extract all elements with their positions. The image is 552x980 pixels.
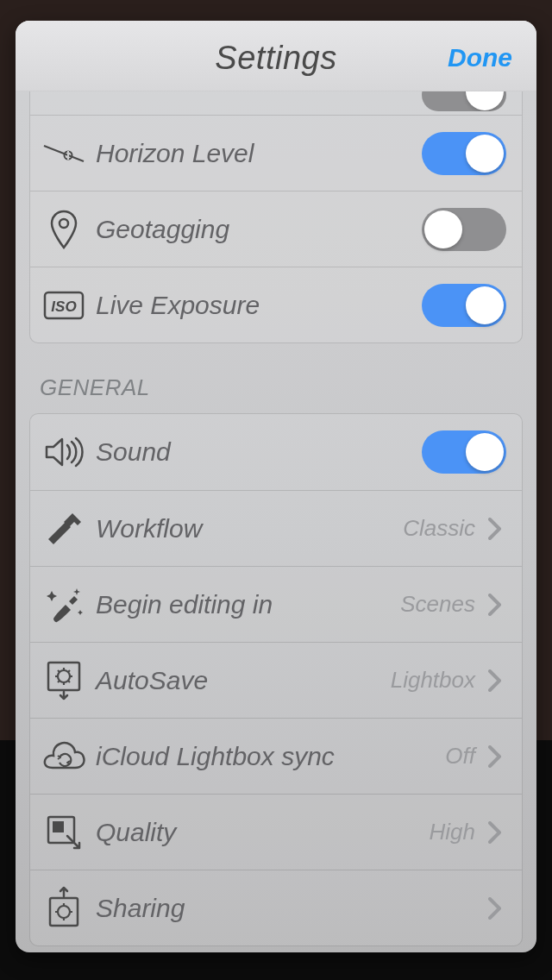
chevron-right-icon (484, 821, 506, 844)
row-value: Scenes (400, 591, 475, 618)
row-horizon-level[interactable]: Horizon Level (30, 115, 522, 191)
row-begin-editing[interactable]: Begin editing in Scenes (30, 566, 522, 642)
row-workflow[interactable]: Workflow Classic (30, 490, 522, 566)
svg-point-7 (58, 670, 70, 682)
row-label: Workflow (96, 514, 403, 543)
svg-point-19 (58, 906, 70, 918)
camera-group: Horizon Level Geotagging (29, 91, 523, 343)
row-value: Classic (403, 515, 475, 542)
row-sharing[interactable]: Sharing (30, 870, 522, 945)
svg-line-13 (68, 681, 70, 682)
row-value: Off (445, 743, 475, 770)
svg-rect-18 (50, 898, 78, 926)
partial-cutoff-row (30, 91, 522, 115)
row-label: iCloud Lightbox sync (96, 742, 445, 771)
row-value: Lightbox (391, 667, 475, 694)
svg-text:ISO: ISO (51, 298, 76, 315)
row-label: Begin editing in (96, 590, 400, 619)
row-quality[interactable]: Quality High (30, 794, 522, 870)
chevron-right-icon (484, 745, 506, 768)
settings-scroll-area[interactable]: Horizon Level Geotagging (16, 91, 536, 952)
chevron-right-icon (484, 518, 506, 540)
settings-panel: Settings Done Horizon Level (16, 21, 536, 952)
toggle-geotagging[interactable] (422, 208, 506, 251)
settings-navbar: Settings Done (16, 21, 536, 91)
section-header-general: GENERAL (40, 374, 516, 401)
svg-rect-17 (53, 821, 64, 832)
horizon-level-icon (41, 130, 87, 177)
row-label: Sound (96, 437, 422, 467)
row-label: Geotagging (96, 215, 422, 244)
svg-point-3 (60, 219, 68, 228)
row-label: Horizon Level (96, 139, 422, 168)
svg-line-15 (68, 670, 70, 672)
row-label: Quality (96, 818, 430, 847)
toggle-sound[interactable] (422, 430, 506, 474)
done-button[interactable]: Done (448, 43, 512, 72)
row-value: High (430, 819, 475, 845)
svg-line-12 (58, 670, 60, 672)
row-icloud-sync[interactable]: iCloud Lightbox sync Off (30, 718, 522, 794)
cloud-sync-icon (41, 733, 87, 780)
hammer-icon (41, 506, 87, 552)
chevron-right-icon (484, 594, 506, 616)
row-label: Sharing (96, 894, 475, 923)
toggle-live-exposure[interactable] (422, 284, 506, 327)
chevron-right-icon (484, 669, 506, 692)
chevron-right-icon (484, 897, 506, 920)
quality-icon (41, 809, 87, 856)
row-geotagging[interactable]: Geotagging (30, 191, 522, 267)
row-autosave[interactable]: AutoSave Lightbox (30, 642, 522, 718)
row-label: AutoSave (96, 666, 391, 695)
general-group: Sound Workflow Classic (29, 413, 523, 946)
row-live-exposure[interactable]: ISO Live Exposure (30, 267, 522, 342)
autosave-icon (41, 657, 87, 704)
magic-brush-icon (41, 581, 87, 628)
svg-line-14 (58, 681, 60, 682)
iso-icon: ISO (41, 282, 87, 329)
row-sound[interactable]: Sound (30, 414, 522, 490)
sound-icon (41, 429, 87, 475)
sharing-icon (41, 885, 87, 932)
row-label: Live Exposure (96, 291, 422, 320)
toggle-horizon-level[interactable] (422, 132, 506, 175)
partial-toggle (422, 91, 506, 111)
svg-rect-6 (48, 663, 79, 690)
location-pin-icon (41, 206, 87, 253)
